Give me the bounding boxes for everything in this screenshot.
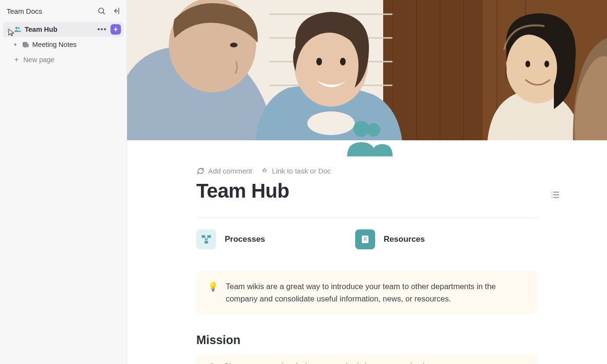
svg-point-21 <box>230 43 238 47</box>
link-task-button[interactable]: Link to task or Doc <box>261 167 331 175</box>
callout-text: Team wikis are a great way to introduce … <box>226 281 526 305</box>
sidebar-header-actions <box>97 7 121 15</box>
sidebar-item-label: Team Hub <box>25 26 93 33</box>
svg-point-29 <box>353 121 369 137</box>
svg-point-30 <box>367 123 380 136</box>
link-task-label: Link to task or Doc <box>272 167 331 175</box>
book-icon <box>355 229 375 249</box>
sidebar: Team Docs Team Hub <box>0 0 127 364</box>
processes-label: Processes <box>225 235 265 244</box>
info-callout: 💡 Team wikis are a great way to introduc… <box>196 271 538 314</box>
svg-line-1 <box>103 12 104 14</box>
people-icon <box>13 25 22 34</box>
page-title[interactable]: Team Hub <box>196 180 538 202</box>
mission-callout: Share your team's mission to everybody i… <box>196 355 538 364</box>
drag-handle-icon[interactable] <box>6 27 10 32</box>
page-meta-row: Add comment Link to task or Doc <box>196 167 538 175</box>
plus-icon: + <box>14 55 18 64</box>
page-body: Add comment Link to task or Doc Team Hub… <box>196 140 538 364</box>
lightbulb-icon: 💡 <box>208 281 218 305</box>
add-subpage-button[interactable]: + <box>110 24 121 35</box>
svg-point-5 <box>18 27 20 29</box>
caret-right-icon[interactable] <box>13 42 18 47</box>
svg-point-23 <box>316 58 322 65</box>
sidebar-item-actions: ••• + <box>96 24 121 35</box>
add-comment-button[interactable]: Add comment <box>196 167 252 175</box>
resources-link[interactable]: Resources <box>355 229 425 249</box>
mission-heading[interactable]: Mission <box>196 333 538 347</box>
svg-rect-40 <box>362 236 368 243</box>
sidebar-item-label: Meeting Notes <box>32 41 121 48</box>
svg-rect-37 <box>202 235 205 237</box>
new-page-label: New page <box>23 56 54 64</box>
app-root: Team Docs Team Hub <box>0 0 607 364</box>
sidebar-header: Team Docs <box>0 0 127 22</box>
more-options-icon[interactable]: ••• <box>96 26 108 33</box>
add-comment-label: Add comment <box>208 167 252 175</box>
svg-rect-8 <box>383 0 483 140</box>
svg-rect-38 <box>207 235 211 237</box>
chat-icon <box>21 40 29 49</box>
mission-text: Share your team's mission to everybody i… <box>224 362 433 364</box>
flowchart-icon <box>196 229 216 249</box>
speech-icon <box>208 362 216 364</box>
resources-label: Resources <box>384 235 425 244</box>
sidebar-tree: Team Hub ••• + Meeting Notes <box>0 22 127 67</box>
new-page-button[interactable]: + New page <box>3 52 124 67</box>
main-content: Add comment Link to task or Doc Team Hub… <box>127 0 607 364</box>
processes-link[interactable]: Processes <box>196 229 265 249</box>
svg-point-24 <box>340 58 346 65</box>
outline-toggle-icon[interactable] <box>550 190 561 200</box>
sidebar-item-meeting-notes[interactable]: Meeting Notes <box>3 37 124 52</box>
collapse-sidebar-icon[interactable] <box>112 7 121 15</box>
search-icon[interactable] <box>97 7 106 15</box>
divider <box>196 218 538 218</box>
svg-rect-39 <box>204 241 208 243</box>
quick-links-row: Processes Resources <box>196 229 538 249</box>
svg-point-27 <box>525 61 530 67</box>
sidebar-item-team-hub[interactable]: Team Hub ••• + <box>3 22 124 37</box>
workspace-title[interactable]: Team Docs <box>7 7 42 15</box>
svg-point-28 <box>544 61 549 67</box>
svg-point-4 <box>15 27 18 29</box>
